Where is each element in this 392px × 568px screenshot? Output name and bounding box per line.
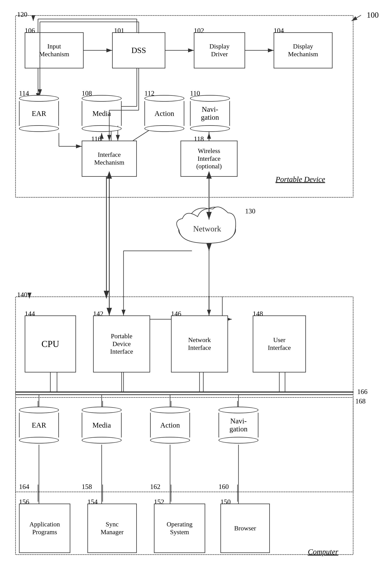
action-cylinder-bottom: Action: [150, 407, 190, 443]
operating-system-box: OperatingSystem: [154, 504, 205, 553]
computer-section-label: Computer: [308, 547, 338, 556]
diagram: 120 Portable Device InputMechanism 106 D…: [0, 0, 392, 568]
interface-mechanism-box: InterfaceMechanism: [82, 141, 137, 177]
label-102: 102: [194, 27, 204, 35]
label-150: 150: [220, 498, 231, 506]
bus-line: [15, 391, 353, 393]
portable-device-section-label: Portable Device: [276, 175, 325, 184]
ear-cylinder-bottom: EAR: [19, 407, 59, 443]
label-130: 130: [245, 207, 255, 215]
label-101: 101: [114, 27, 124, 35]
label-156: 156: [19, 498, 29, 506]
wireless-interface-box: WirelessInterface(optional): [181, 141, 238, 177]
label-152: 152: [154, 498, 164, 506]
navigation-cylinder-bottom: Navi-gation: [219, 407, 258, 443]
navigation-cylinder-top: Navi-gation: [190, 95, 230, 132]
label-146: 146: [171, 310, 181, 318]
label-118: 118: [194, 135, 204, 143]
bus-line-2: [15, 394, 353, 395]
user-interface-box: UserInterface: [253, 316, 306, 373]
label-162: 162: [150, 483, 160, 491]
label-158: 158: [82, 483, 92, 491]
label-116: 116: [91, 135, 101, 143]
media-cylinder-top: Media: [82, 95, 122, 132]
label-142: 142: [93, 310, 103, 318]
label-106: 106: [25, 27, 35, 35]
input-mechanism-box: InputMechanism: [25, 32, 84, 69]
label-160: 160: [219, 483, 229, 491]
label-144: 144: [25, 310, 35, 318]
browser-box: Browser: [220, 504, 270, 553]
label-154: 154: [87, 498, 98, 506]
label-164: 164: [19, 483, 29, 491]
label-148: 148: [253, 310, 263, 318]
label-104: 104: [274, 27, 284, 35]
portable-device-interface-box: PortableDeviceInterface: [93, 316, 150, 373]
ear-cylinder-top: EAR: [19, 95, 59, 132]
display-driver-box: DisplayDriver: [194, 32, 245, 69]
label-168: 168: [355, 397, 365, 405]
cpu-box: CPU: [25, 316, 76, 373]
label-120: 120: [17, 11, 27, 18]
network-interface-box: NetworkInterface: [171, 316, 228, 373]
svg-text:Network: Network: [193, 224, 221, 233]
action-cylinder-top: Action: [144, 95, 184, 132]
label-100: 100: [367, 11, 379, 20]
label-166: 166: [357, 388, 367, 396]
display-mechanism-box: DisplayMechanism: [274, 32, 333, 69]
media-cylinder-bottom: Media: [82, 407, 122, 443]
dss-box: DSS: [112, 32, 165, 69]
label-140: 140: [17, 291, 27, 299]
sync-manager-box: SyncManager: [87, 504, 137, 553]
network-cloud-svg: Network: [171, 200, 243, 249]
application-programs-box: ApplicationPrograms: [19, 504, 70, 553]
